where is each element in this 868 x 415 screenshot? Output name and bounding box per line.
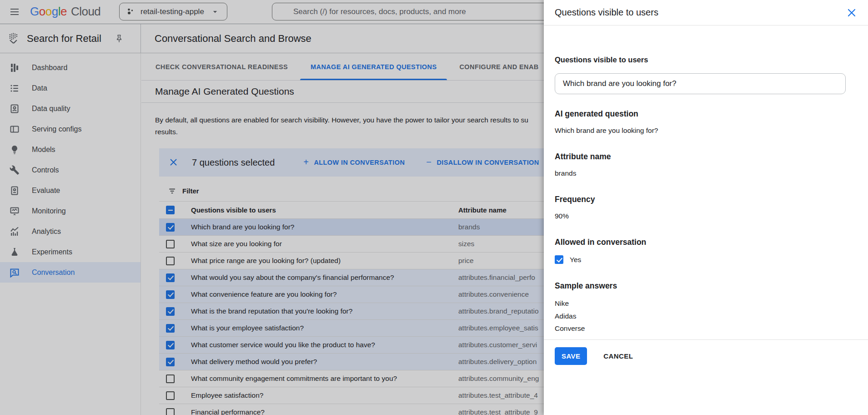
panel-footer: SAVE CANCEL	[544, 339, 868, 372]
allowed-in-conversation-label: Allowed in conversation	[555, 238, 857, 247]
cancel-button[interactable]: CANCEL	[601, 352, 636, 360]
allowed-value: Yes	[570, 256, 581, 264]
allowed-checkbox[interactable]	[555, 255, 563, 264]
panel-header: Questions visible to users	[544, 0, 868, 25]
frequency-label: Frequency	[555, 195, 857, 204]
question-field-label: Questions visible to users	[555, 56, 857, 64]
app-window: Google Cloud retail-testing-apple Search…	[0, 0, 868, 415]
attribute-name-value: brands	[555, 169, 857, 177]
attribute-name-label: Attribute name	[555, 152, 857, 162]
edit-question-panel: Questions visible to users Questions vis…	[544, 0, 868, 415]
panel-title: Questions visible to users	[555, 7, 658, 18]
allowed-in-conversation-row: Yes	[555, 255, 857, 264]
frequency-value: 90%	[555, 212, 857, 220]
sample-answer: Converse	[555, 322, 857, 335]
ai-question-label: AI generated question	[555, 109, 857, 119]
ai-question-value: Which brand are you looking for?	[555, 127, 857, 135]
sample-answer: Nike	[555, 297, 857, 310]
save-button[interactable]: SAVE	[555, 347, 587, 365]
sample-answers-list: Nike Adidas Converse	[555, 297, 857, 335]
sample-answer: Adidas	[555, 310, 857, 323]
question-input-value: Which brand are you looking for?	[563, 79, 676, 88]
sample-answers-label: Sample answers	[555, 281, 857, 291]
panel-body: Questions visible to users Which brand a…	[544, 56, 868, 335]
question-text-input[interactable]: Which brand are you looking for?	[555, 73, 846, 94]
close-icon[interactable]	[846, 7, 857, 18]
